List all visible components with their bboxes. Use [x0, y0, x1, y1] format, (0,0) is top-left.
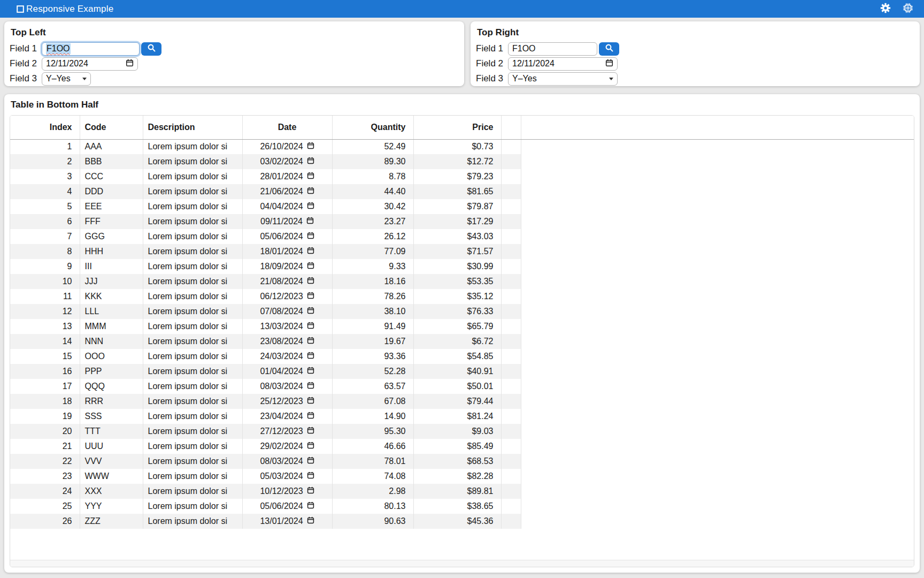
top-panels-row: Top Left Field 1 F1OO Field 2 12/11/2024 — [0, 18, 924, 86]
horizontal-scrollbar[interactable] — [10, 560, 914, 567]
cell-date-input[interactable]: 08/03/2024 — [242, 454, 332, 469]
calendar-icon[interactable] — [307, 442, 314, 451]
calendar-icon[interactable] — [307, 516, 314, 526]
field1-text-input[interactable]: F1OO — [42, 42, 140, 56]
calendar-icon[interactable] — [307, 397, 314, 406]
cell-date-input[interactable]: 28/01/2024 — [242, 169, 332, 184]
column-header-price: Price — [413, 116, 501, 139]
cell-date-input[interactable]: 10/12/2023 — [242, 484, 332, 499]
date-value: 03/02/2024 — [260, 157, 303, 166]
calendar-icon[interactable] — [307, 471, 314, 481]
calendar-icon[interactable] — [307, 322, 314, 331]
cell-date-input[interactable]: 21/08/2024 — [242, 274, 332, 289]
calendar-icon[interactable] — [307, 427, 314, 436]
cell-price: $38.65 — [413, 499, 501, 514]
cell-date-input[interactable]: 03/02/2024 — [242, 154, 332, 169]
cell-index: 19 — [10, 409, 80, 424]
field2-date-input[interactable]: 12/11/2024 — [42, 57, 138, 71]
calendar-icon[interactable] — [126, 59, 134, 69]
cell-description: Lorem ipsum dolor si — [143, 439, 242, 454]
cell-date-input[interactable]: 18/09/2024 — [242, 259, 332, 274]
cell-index: 2 — [10, 154, 80, 169]
cell-date-input[interactable]: 05/06/2024 — [242, 229, 332, 244]
calendar-icon[interactable] — [307, 307, 314, 316]
cell-index: 7 — [10, 229, 80, 244]
calendar-icon[interactable] — [307, 292, 314, 301]
calendar-icon[interactable] — [306, 217, 314, 226]
calendar-icon[interactable] — [307, 247, 314, 256]
date-value: 24/03/2024 — [260, 352, 303, 361]
cell-date-input[interactable]: 05/03/2024 — [242, 469, 332, 484]
calendar-icon[interactable] — [307, 277, 314, 286]
cell-filler — [521, 139, 914, 154]
cell-price: $79.23 — [413, 169, 501, 184]
table-row: 2 BBB Lorem ipsum dolor si 03/02/2024 89… — [10, 154, 914, 169]
cell-date-input[interactable]: 08/03/2024 — [242, 379, 332, 394]
date-value: 18/01/2024 — [260, 247, 303, 256]
calendar-icon[interactable] — [307, 457, 314, 466]
cell-date-input[interactable]: 27/12/2023 — [242, 424, 332, 439]
cell-filler — [521, 424, 914, 439]
cell-date-input[interactable]: 23/04/2024 — [242, 409, 332, 424]
cell-price: $45.36 — [413, 514, 501, 529]
field1-row: Field 1 F1OO — [476, 42, 914, 56]
cell-date-input[interactable]: 25/12/2023 — [242, 394, 332, 409]
cell-date-input[interactable]: 01/04/2024 — [242, 364, 332, 379]
cell-price: $43.03 — [413, 229, 501, 244]
cell-date-input[interactable]: 13/01/2024 — [242, 514, 332, 529]
calendar-icon[interactable] — [307, 382, 314, 391]
cell-date-input[interactable]: 29/02/2024 — [242, 439, 332, 454]
cell-date-input[interactable]: 21/06/2024 — [242, 184, 332, 199]
cell-date-input[interactable]: 26/10/2024 — [242, 139, 332, 154]
search-button[interactable] — [141, 42, 161, 56]
field1-text-input[interactable]: F1OO — [508, 42, 597, 56]
calendar-icon[interactable] — [605, 59, 613, 69]
system-button[interactable] — [900, 2, 915, 17]
field3-select[interactable]: Y–Yes — [42, 72, 91, 86]
calendar-icon[interactable] — [307, 262, 314, 271]
chevron-down-icon — [609, 78, 613, 80]
cell-date-input[interactable]: 23/08/2024 — [242, 334, 332, 349]
search-button[interactable] — [599, 42, 619, 56]
cell-date-input[interactable]: 13/03/2024 — [242, 319, 332, 334]
calendar-icon[interactable] — [307, 157, 314, 166]
calendar-icon[interactable] — [307, 142, 314, 151]
cell-filler — [521, 244, 914, 259]
calendar-icon[interactable] — [307, 412, 314, 421]
cell-date-input[interactable]: 09/11/2024 — [242, 214, 332, 229]
calendar-icon[interactable] — [307, 501, 314, 511]
field3-value: Y–Yes — [512, 74, 537, 83]
field3-select[interactable]: Y–Yes — [508, 72, 618, 86]
cell-date-input[interactable]: 06/12/2023 — [242, 289, 332, 304]
cell-quantity: 9.33 — [332, 259, 413, 274]
calendar-icon[interactable] — [307, 187, 314, 196]
date-value: 21/06/2024 — [260, 187, 303, 196]
cell-date-input[interactable]: 18/01/2024 — [242, 244, 332, 259]
cell-description: Lorem ipsum dolor si — [143, 274, 242, 289]
calendar-icon[interactable] — [307, 367, 314, 376]
cell-code: KKK — [80, 289, 143, 304]
cell-date-input[interactable]: 07/08/2024 — [242, 304, 332, 319]
calendar-icon[interactable] — [307, 337, 314, 346]
cell-date-input[interactable]: 24/03/2024 — [242, 349, 332, 364]
table-row: 19 SSS Lorem ipsum dolor si 23/04/2024 1… — [10, 409, 914, 424]
cell-extra — [501, 229, 521, 244]
cell-date-input[interactable]: 05/06/2024 — [242, 499, 332, 514]
field2-date-input[interactable]: 12/11/2024 — [508, 57, 618, 71]
cell-description: Lorem ipsum dolor si — [143, 409, 242, 424]
calendar-icon[interactable] — [307, 202, 314, 211]
cell-code: PPP — [80, 364, 143, 379]
calendar-icon[interactable] — [307, 172, 314, 181]
cell-code: AAA — [80, 139, 143, 154]
calendar-icon[interactable] — [307, 232, 314, 241]
cell-date-input[interactable]: 04/04/2024 — [242, 199, 332, 214]
cell-extra — [501, 469, 521, 484]
column-header-quantity: Quantity — [332, 116, 413, 139]
cell-quantity: 90.63 — [332, 514, 413, 529]
calendar-icon[interactable] — [307, 486, 314, 496]
calendar-icon[interactable] — [307, 352, 314, 361]
cell-filler — [521, 169, 914, 184]
table-row: 21 UUU Lorem ipsum dolor si 29/02/2024 4… — [10, 439, 914, 454]
cell-filler — [521, 289, 914, 304]
settings-button[interactable] — [878, 2, 893, 17]
